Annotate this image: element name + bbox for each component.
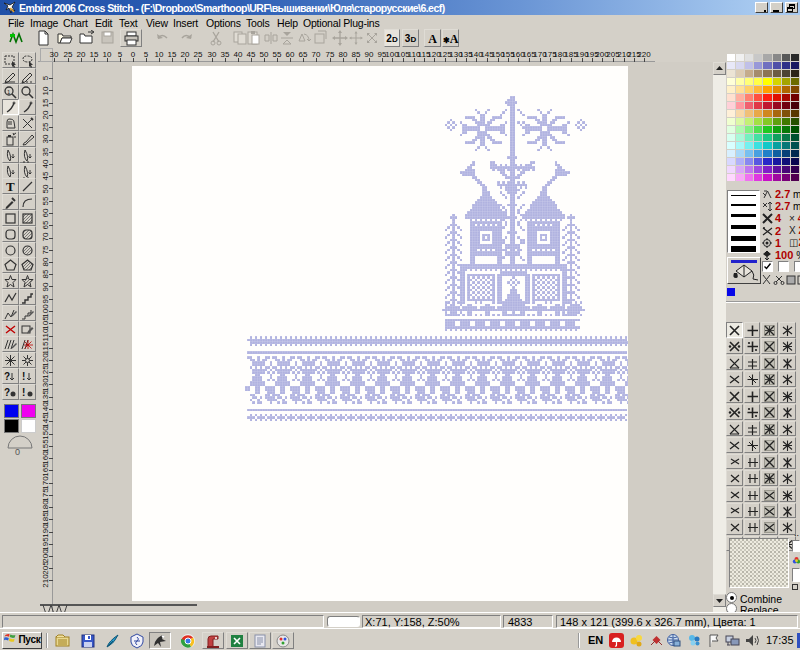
svg-text:?: ? (4, 371, 10, 382)
svg-text:!: ! (22, 371, 25, 382)
svg-text:!: ! (22, 387, 25, 398)
svg-text:?: ? (4, 387, 10, 398)
svg-text:T: T (6, 179, 15, 194)
